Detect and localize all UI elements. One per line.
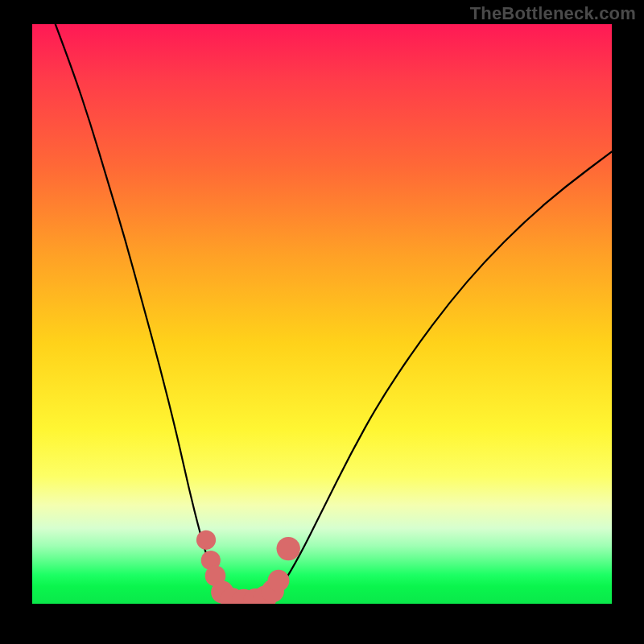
watermark-text: TheBottleneck.com xyxy=(470,3,636,24)
curve-layer xyxy=(32,24,612,604)
highlight-marker xyxy=(277,537,300,560)
chart-frame: TheBottleneck.com xyxy=(0,0,644,644)
bottleneck-curve xyxy=(56,24,612,603)
highlight-marker xyxy=(268,570,290,592)
highlight-marker xyxy=(196,530,216,550)
marker-group xyxy=(196,530,300,604)
